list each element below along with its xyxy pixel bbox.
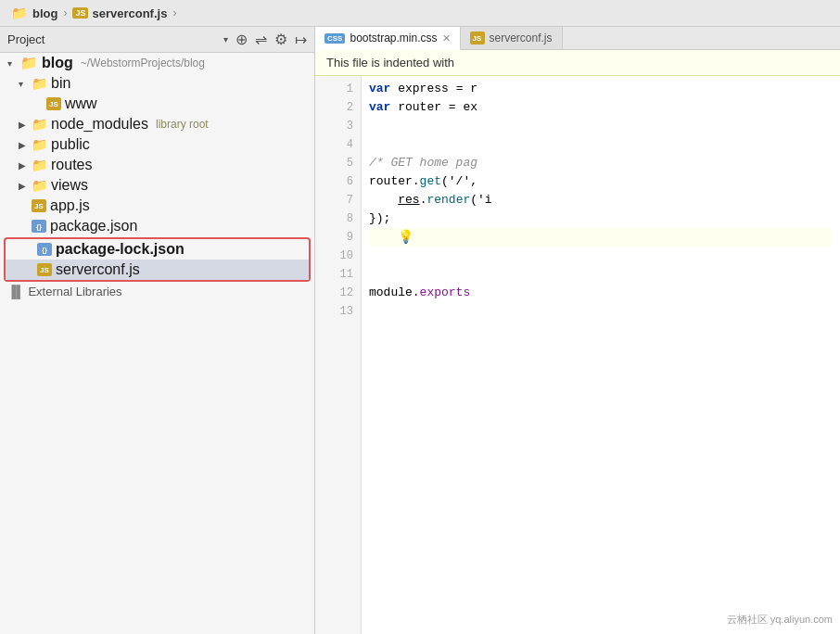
external-libraries-item[interactable]: ▐▌ External Libraries [0, 283, 314, 300]
ln-3: 3 [315, 117, 361, 135]
left-panel: Project ▾ ⊕ ⇌ ⚙ ↦ ▾ 📁 blog ~/WebstormPro… [0, 27, 315, 634]
tree-root[interactable]: ▾ 📁 blog ~/WebstormProjects/blog [0, 53, 314, 73]
views-label: views [51, 177, 88, 194]
root-expand-arrow: ▾ [7, 58, 17, 69]
folder-icon-public: 📁 [32, 137, 47, 152]
panel-toolbar: Project ▾ ⊕ ⇌ ⚙ ↦ [0, 27, 314, 53]
code-router-get: router.get('/', [369, 172, 477, 191]
panel-dropdown-arrow[interactable]: ▾ [223, 34, 228, 44]
code-module: module.exports [369, 284, 470, 302]
tree-item-public[interactable]: ▶ 📁 public [0, 134, 314, 155]
tab-serverconf[interactable]: JS serverconf.js [461, 27, 563, 49]
breadcrumb-serverconf-label: serverconf.js [92, 6, 167, 20]
tree-item-appjs[interactable]: JS app.js [0, 196, 314, 216]
tree-item-bin[interactable]: ▾ 📁 bin [0, 73, 314, 94]
tree-item-serverconf[interactable]: JS serverconf.js [6, 260, 309, 280]
external-libraries-label: External Libraries [28, 285, 121, 298]
js-icon-serverconf: JS [37, 263, 52, 276]
code-line-6: router.get('/', [369, 172, 833, 191]
public-label: public [51, 136, 90, 153]
folder-icon-root: 📁 [20, 55, 38, 71]
ln-2: 2 [315, 98, 361, 117]
lightbulb-icon: 💡 [398, 228, 414, 247]
main-layout: Project ▾ ⊕ ⇌ ⚙ ↦ ▾ 📁 blog ~/WebstormPro… [0, 27, 840, 634]
line-numbers: 1 2 3 4 5 6 7 8 9 10 11 12 13 [315, 76, 362, 634]
appjs-label: app.js [50, 197, 90, 214]
toolbar-icons: ⊕ ⇌ ⚙ ↦ [235, 31, 307, 48]
code-var-router: router [398, 98, 441, 117]
tree-item-package-lock[interactable]: {} package-lock.json [6, 239, 309, 260]
breadcrumb-blog[interactable]: blog [32, 6, 57, 20]
serverconf-label: serverconf.js [56, 261, 140, 278]
js-icon-www: JS [46, 97, 61, 110]
code-render: render [426, 191, 470, 209]
notification-banner: This file is indented with [315, 50, 840, 76]
tree-item-node-modules[interactable]: ▶ 📁 node_modules library root [0, 114, 314, 134]
ext-lib-icon: ▐▌ [7, 285, 24, 298]
breadcrumb-blog-label: blog [32, 6, 57, 20]
bin-expand: ▾ [19, 79, 28, 89]
ln-1: 1 [315, 80, 361, 98]
code-line-8: }); [369, 209, 833, 228]
red-outline-group: {} package-lock.json JS serverconf.js [4, 237, 311, 282]
code-line-3 [369, 117, 833, 135]
breadcrumb-sep-1: › [63, 6, 67, 19]
kw-var-2: var [369, 98, 390, 117]
node-modules-label: node_modules [51, 116, 148, 133]
tree-item-packagejson[interactable]: {} package.json [0, 216, 314, 236]
file-tree: ▾ 📁 blog ~/WebstormProjects/blog ▾ 📁 bin… [0, 53, 314, 634]
ln-12: 12 [315, 284, 361, 302]
node-modules-expand: ▶ [19, 120, 28, 130]
code-content[interactable]: var express = r var router = ex /* GET h… [362, 76, 840, 634]
ln-13: 13 [315, 302, 361, 321]
routes-expand: ▶ [19, 160, 28, 171]
notification-text: This file is indented with [326, 56, 454, 70]
code-render-arg: i [485, 191, 492, 209]
folder-icon-routes: 📁 [32, 158, 47, 172]
kw-var-1: var [369, 80, 390, 98]
panel-title: Project [7, 32, 216, 46]
code-line-12: module.exports [369, 284, 833, 302]
title-bar: 📁 blog › JS serverconf.js › [0, 0, 840, 27]
css-badge: CSS [325, 33, 345, 44]
code-line-10 [369, 247, 833, 265]
tree-item-routes[interactable]: ▶ 📁 routes [0, 155, 314, 175]
folder-icon-views: 📁 [32, 178, 47, 193]
code-line-4 [369, 135, 833, 154]
code-area: 1 2 3 4 5 6 7 8 9 10 11 12 13 var expres… [315, 76, 840, 634]
code-closing: }); [369, 209, 390, 228]
tree-item-views[interactable]: ▶ 📁 views [0, 175, 314, 196]
tab-serverconf-label: serverconf.js [490, 32, 553, 44]
tree-item-www[interactable]: JS www [0, 94, 314, 114]
js-icon-appjs: JS [32, 199, 46, 212]
js-icon-tab: JS [470, 32, 485, 44]
ln-11: 11 [315, 265, 361, 284]
ln-5: 5 [315, 154, 361, 172]
ln-10: 10 [315, 247, 361, 265]
code-line-13 [369, 302, 833, 321]
globe-icon[interactable]: ⊕ [235, 31, 248, 48]
right-panel: CSS bootstrap.min.css ✕ JS serverconf.js… [315, 27, 840, 634]
settings-equal-icon[interactable]: ⇌ [255, 31, 267, 48]
bin-label: bin [51, 75, 70, 92]
code-line-11 [369, 265, 833, 284]
breadcrumb-sep-2: › [172, 6, 176, 19]
arrow-in-icon[interactable]: ↦ [295, 31, 307, 48]
library-root-tag: library root [156, 118, 209, 131]
views-expand: ▶ [19, 181, 28, 191]
www-label: www [65, 95, 97, 112]
js-badge-title: JS [72, 7, 88, 19]
code-line-7: res.render('i [369, 191, 833, 209]
public-expand: ▶ [19, 140, 28, 150]
code-line-2: var router = ex [369, 98, 833, 117]
folder-icon-node-modules: 📁 [32, 117, 47, 132]
tab-bootstrap[interactable]: CSS bootstrap.min.css ✕ [315, 27, 461, 50]
json-icon-packagelock: {} [37, 243, 52, 256]
ln-9: 9 [315, 228, 361, 247]
code-require: r [470, 80, 477, 98]
breadcrumb-serverconf[interactable]: JS serverconf.js [72, 6, 167, 20]
gear-icon[interactable]: ⚙ [274, 31, 287, 48]
tab-bootstrap-close[interactable]: ✕ [442, 32, 451, 44]
json-icon-package: {} [32, 220, 46, 233]
root-label: blog [42, 55, 73, 71]
